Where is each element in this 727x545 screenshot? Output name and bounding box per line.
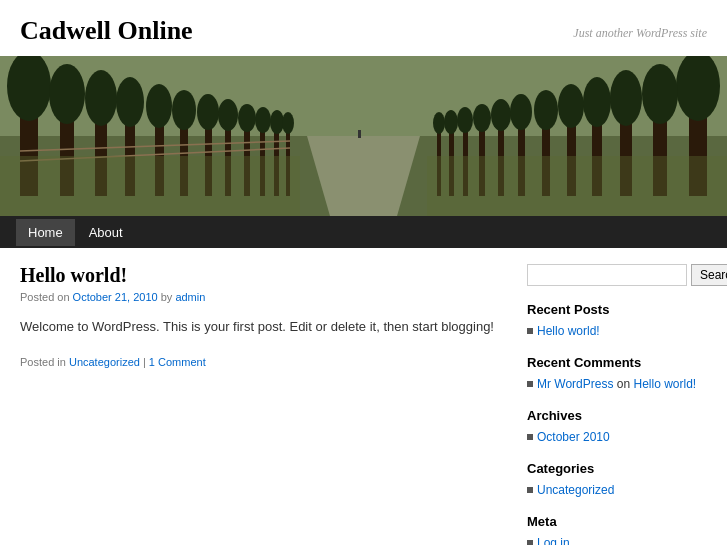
category-item: Uncategorized (527, 482, 707, 498)
recent-posts-widget: Recent Posts Hello world! (527, 302, 707, 339)
categories-widget: Categories Uncategorized (527, 461, 707, 498)
svg-point-42 (491, 99, 511, 131)
svg-rect-55 (427, 156, 727, 216)
svg-point-12 (146, 84, 172, 128)
comment-author[interactable]: Mr WordPress (537, 377, 613, 391)
main-content: Hello world! Posted on October 21, 2010 … (20, 264, 507, 545)
bullet-icon (527, 434, 533, 440)
search-button[interactable]: Search (691, 264, 727, 286)
svg-point-26 (282, 112, 294, 134)
nav-bar: Home About (0, 216, 727, 248)
svg-rect-53 (358, 130, 361, 138)
svg-point-46 (457, 107, 473, 133)
archive-item: October 2010 (527, 429, 707, 445)
recent-posts-title: Recent Posts (527, 302, 707, 317)
recent-comments-widget: Recent Comments Mr WordPress on Hello wo… (527, 355, 707, 392)
bullet-icon (527, 487, 533, 493)
search-widget: Search (527, 264, 707, 286)
svg-point-22 (255, 107, 271, 133)
site-description: Just another WordPress site (573, 26, 707, 41)
svg-point-48 (444, 110, 458, 134)
recent-comment-item: Mr WordPress on Hello world! (527, 376, 707, 392)
meta-item: Log in (527, 535, 707, 545)
svg-point-50 (433, 112, 445, 134)
comment-link[interactable]: 1 Comment (149, 356, 206, 368)
svg-point-30 (642, 64, 678, 124)
svg-point-32 (610, 70, 642, 126)
svg-point-20 (238, 104, 256, 132)
meta-link-login[interactable]: Log in (537, 536, 570, 545)
posted-on-label: Posted on (20, 291, 70, 303)
meta-title: Meta (527, 514, 707, 529)
archives-widget: Archives October 2010 (527, 408, 707, 445)
post-category[interactable]: Uncategorized (69, 356, 140, 368)
svg-point-16 (197, 94, 219, 130)
post-content: Welcome to WordPress. This is your first… (20, 317, 507, 338)
post-footer: Posted in Uncategorized | 1 Comment (20, 356, 507, 368)
svg-point-38 (534, 90, 558, 130)
category-link[interactable]: Uncategorized (537, 483, 614, 497)
bullet-icon (527, 381, 533, 387)
svg-point-34 (583, 77, 611, 127)
comment-on: on (617, 377, 634, 391)
svg-point-10 (116, 77, 144, 127)
svg-point-40 (510, 94, 532, 130)
svg-point-8 (85, 70, 117, 126)
meta-widget: Meta Log in Entries RSS Comments RSS (527, 514, 707, 545)
svg-point-36 (558, 84, 584, 128)
svg-rect-54 (0, 156, 300, 216)
post-title: Hello world! (20, 264, 507, 287)
by-label: by (161, 291, 176, 303)
posted-in-label: Posted in (20, 356, 66, 368)
sidebar: Search Recent Posts Hello world! Recent … (527, 264, 707, 545)
svg-point-44 (473, 104, 491, 132)
hero-image (0, 56, 727, 216)
post-meta: Posted on October 21, 2010 by admin (20, 291, 507, 303)
post-date[interactable]: October 21, 2010 (73, 291, 158, 303)
nav-item-home[interactable]: Home (16, 219, 75, 246)
recent-post-link[interactable]: Hello world! (537, 324, 600, 338)
archive-link[interactable]: October 2010 (537, 430, 610, 444)
post-author[interactable]: admin (175, 291, 205, 303)
recent-comments-title: Recent Comments (527, 355, 707, 370)
nav-item-about[interactable]: About (77, 219, 135, 246)
svg-point-24 (270, 110, 284, 134)
categories-title: Categories (527, 461, 707, 476)
bullet-icon (527, 540, 533, 545)
site-title: Cadwell Online (20, 16, 193, 46)
recent-post-item: Hello world! (527, 323, 707, 339)
svg-point-18 (218, 99, 238, 131)
bullet-icon (527, 328, 533, 334)
svg-point-6 (49, 64, 85, 124)
comment-post[interactable]: Hello world! (633, 377, 696, 391)
svg-point-14 (172, 90, 196, 130)
search-input[interactable] (527, 264, 687, 286)
archives-title: Archives (527, 408, 707, 423)
